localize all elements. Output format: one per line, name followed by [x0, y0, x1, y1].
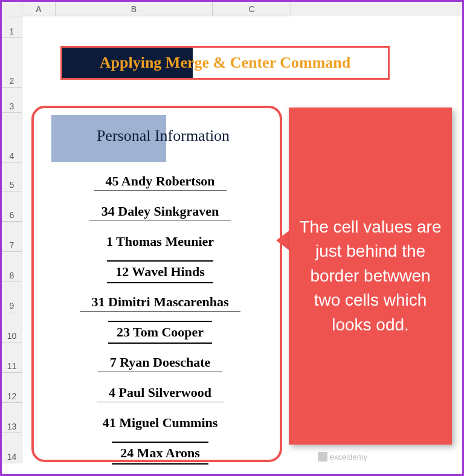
- person-num: 23: [117, 324, 130, 339]
- row-header-4[interactable]: 4: [2, 113, 22, 162]
- person-name: Andy Robertson: [121, 173, 215, 188]
- row-header-2[interactable]: 2: [2, 38, 22, 88]
- person-num: 34: [102, 204, 115, 219]
- table-row[interactable]: 4 Paul Silverwood: [48, 378, 272, 408]
- person-name: Paul Silverwood: [119, 385, 211, 400]
- person-name: Tom Cooper: [133, 324, 204, 339]
- person-num: 45: [106, 173, 119, 188]
- callout-box: The cell values are just behind the bord…: [289, 108, 452, 445]
- person-num: 12: [115, 264, 129, 279]
- col-header-A[interactable]: A: [22, 2, 56, 16]
- row-header-9[interactable]: 9: [2, 282, 22, 312]
- row-header-10[interactable]: 10: [2, 312, 22, 343]
- row-header-6[interactable]: 6: [2, 191, 22, 222]
- person-name: Ryan Doeschate: [120, 355, 210, 370]
- title-merged-cell[interactable]: Applying Merge & Center Command: [60, 46, 390, 80]
- table-row[interactable]: 41 Miguel Cummins: [48, 408, 272, 438]
- callout-text: The cell values are just behind the bord…: [298, 215, 442, 338]
- table-row[interactable]: 7 Ryan Doeschate: [48, 347, 272, 378]
- person-num: 7: [110, 355, 117, 370]
- person-name: Wavel Hinds: [132, 264, 204, 279]
- table-row[interactable]: 31 Dimitri Mascarenhas: [48, 287, 272, 317]
- person-name: Max Arons: [137, 445, 200, 460]
- table-row[interactable]: 34 Daley Sinkgraven: [48, 196, 272, 227]
- watermark-logo-icon: [318, 452, 327, 462]
- person-name: Thomas Meunier: [116, 234, 214, 249]
- column-headers: A B C: [2, 2, 462, 16]
- table-row[interactable]: 12 Wavel Hinds: [48, 257, 272, 287]
- select-all-corner[interactable]: [2, 2, 22, 16]
- table-row[interactable]: 23 Tom Cooper: [48, 317, 272, 347]
- table-row[interactable]: 1 Thomas Meunier: [48, 227, 272, 257]
- row-header-14[interactable]: 14: [2, 433, 22, 463]
- person-num: 31: [92, 294, 105, 309]
- col-header-C[interactable]: C: [213, 2, 291, 16]
- row-header-12[interactable]: 12: [2, 373, 22, 403]
- table-row[interactable]: 45 Andy Robertson: [48, 166, 272, 196]
- person-name: Daley Sinkgraven: [118, 204, 219, 219]
- row-header-7[interactable]: 7: [2, 222, 22, 252]
- person-num: 24: [120, 445, 134, 460]
- person-num: 4: [109, 385, 115, 400]
- table-row[interactable]: 24 Max Arons: [48, 438, 272, 468]
- person-num: 41: [103, 415, 116, 430]
- row-header-8[interactable]: 8: [2, 252, 22, 282]
- spreadsheet-grid: A B C: [2, 2, 462, 16]
- person-name: Miguel Cummins: [119, 415, 218, 430]
- col-header-B[interactable]: B: [56, 2, 213, 16]
- section-header-cell[interactable]: Personal Information: [60, 118, 266, 154]
- person-name: Dimitri Mascarenhas: [108, 294, 228, 309]
- watermark-brand: exceldemy: [330, 452, 367, 462]
- row-header-13[interactable]: 13: [2, 403, 22, 433]
- person-num: 1: [106, 234, 113, 249]
- row-header-5[interactable]: 5: [2, 162, 22, 191]
- row-header-11[interactable]: 11: [2, 343, 22, 373]
- watermark: exceldemy: [318, 452, 367, 462]
- row-header-3[interactable]: 3: [2, 88, 22, 113]
- data-table: 45 Andy Robertson 34 Daley Sinkgraven 1 …: [48, 166, 272, 468]
- row-header-1[interactable]: 1: [2, 16, 22, 38]
